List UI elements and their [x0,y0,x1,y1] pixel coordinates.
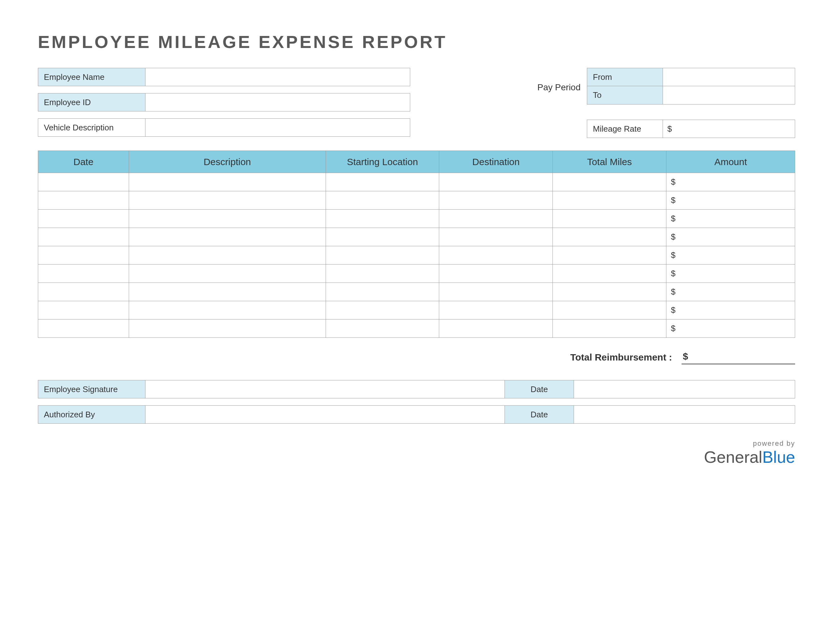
cell-starting_location[interactable] [326,173,439,191]
cell-description[interactable] [129,246,326,264]
cell-description[interactable] [129,228,326,246]
cell-date[interactable] [38,191,129,209]
pay-period-label: Pay Period [537,68,581,92]
employee-signature-label: Employee Signature [38,380,145,398]
total-reimbursement-row: Total Reimbursement : $ [38,350,795,364]
to-label: To [587,86,663,104]
table-row: $ [38,283,795,301]
brand-general: General [704,448,762,466]
cell-destination[interactable] [439,173,553,191]
cell-total_miles[interactable] [553,319,666,338]
cell-destination[interactable] [439,191,553,209]
table-row: $ [38,319,795,338]
cell-starting_location[interactable] [326,319,439,338]
cell-amount[interactable]: $ [666,301,795,319]
employee-signature-row: Employee Signature Date [38,380,795,398]
cell-total_miles[interactable] [553,264,666,283]
authorized-by-label: Authorized By [38,406,145,423]
cell-description[interactable] [129,319,326,338]
col-header-amount: Amount [666,151,795,173]
cell-starting_location[interactable] [326,301,439,319]
vehicle-desc-row: Vehicle Description [38,118,410,137]
total-reimbursement-value[interactable]: $ [682,350,795,364]
cell-amount[interactable]: $ [666,319,795,338]
employee-name-label: Employee Name [38,68,145,86]
vehicle-desc-label: Vehicle Description [38,119,145,136]
powered-by-text: powered by [38,440,795,448]
col-header-starting-location: Starting Location [326,151,439,173]
cell-amount[interactable]: $ [666,209,795,228]
cell-date[interactable] [38,173,129,191]
cell-description[interactable] [129,173,326,191]
employee-signature-input[interactable] [145,380,505,398]
cell-destination[interactable] [439,209,553,228]
to-input[interactable] [663,86,795,104]
employee-name-input[interactable] [145,68,410,86]
cell-description[interactable] [129,191,326,209]
cell-total_miles[interactable] [553,191,666,209]
cell-destination[interactable] [439,228,553,246]
cell-date[interactable] [38,264,129,283]
table-row: $ [38,246,795,264]
cell-amount[interactable]: $ [666,246,795,264]
col-header-destination: Destination [439,151,553,173]
mileage-rate-label: Mileage Rate [587,120,663,138]
cell-amount[interactable]: $ [666,228,795,246]
cell-amount[interactable]: $ [666,283,795,301]
cell-starting_location[interactable] [326,264,439,283]
header-fields: Employee Name Employee ID Vehicle Descri… [38,68,795,138]
cell-destination[interactable] [439,319,553,338]
cell-starting_location[interactable] [326,246,439,264]
from-input[interactable] [663,68,795,86]
vehicle-desc-input[interactable] [145,119,410,136]
cell-destination[interactable] [439,283,553,301]
brand-blue: Blue [762,448,795,466]
cell-date[interactable] [38,301,129,319]
cell-destination[interactable] [439,264,553,283]
authorized-date-input[interactable] [574,406,795,423]
cell-total_miles[interactable] [553,173,666,191]
cell-total_miles[interactable] [553,209,666,228]
cell-total_miles[interactable] [553,228,666,246]
cell-description[interactable] [129,264,326,283]
brand-logo: GeneralBlue [38,448,795,467]
cell-amount[interactable]: $ [666,264,795,283]
page-title: EMPLOYEE MILEAGE EXPENSE REPORT [38,32,795,52]
table-row: $ [38,228,795,246]
employee-name-row: Employee Name [38,68,410,86]
employee-signature-date-input[interactable] [574,380,795,398]
cell-total_miles[interactable] [553,246,666,264]
cell-starting_location[interactable] [326,209,439,228]
cell-date[interactable] [38,319,129,338]
cell-destination[interactable] [439,301,553,319]
cell-date[interactable] [38,209,129,228]
from-label: From [587,68,663,86]
authorized-by-row: Authorized By Date [38,405,795,423]
mileage-rate-row: Mileage Rate $ [587,120,795,138]
employee-signature-date-label: Date [505,380,574,398]
cell-description[interactable] [129,209,326,228]
col-header-date: Date [38,151,129,173]
cell-total_miles[interactable] [553,283,666,301]
cell-date[interactable] [38,283,129,301]
cell-starting_location[interactable] [326,191,439,209]
cell-date[interactable] [38,246,129,264]
pay-period-from-row: From [587,68,795,86]
authorized-date-label: Date [505,406,574,423]
cell-description[interactable] [129,283,326,301]
signature-section: Employee Signature Date Authorized By Da… [38,380,795,423]
table-row: $ [38,301,795,319]
cell-amount[interactable]: $ [666,191,795,209]
cell-total_miles[interactable] [553,301,666,319]
cell-starting_location[interactable] [326,228,439,246]
cell-starting_location[interactable] [326,283,439,301]
cell-amount[interactable]: $ [666,173,795,191]
authorized-by-input[interactable] [145,406,505,423]
mileage-table: Date Description Starting Location Desti… [38,151,795,338]
mileage-rate-input[interactable]: $ [663,120,795,138]
employee-id-input[interactable] [145,93,410,111]
cell-description[interactable] [129,301,326,319]
cell-date[interactable] [38,228,129,246]
col-header-description: Description [129,151,326,173]
cell-destination[interactable] [439,246,553,264]
